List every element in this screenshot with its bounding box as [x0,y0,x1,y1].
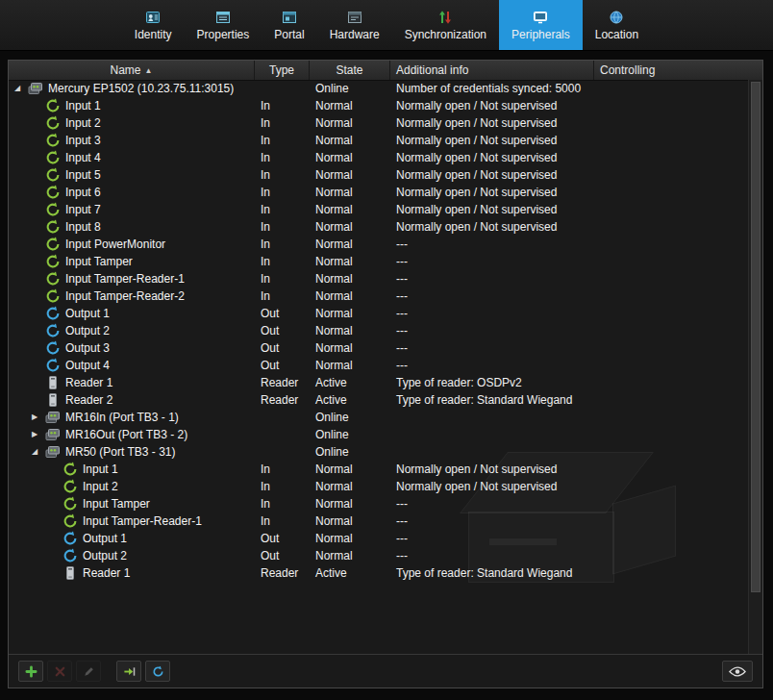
row-name: MR16In (Port TB3 - 1) [65,411,179,424]
column-header-name[interactable]: Name ▲ [9,61,255,80]
table-row[interactable]: Input Tamper-Reader-2 In Normal --- [9,288,749,305]
table-row[interactable]: Output 1 Out Normal --- [9,530,749,547]
row-type: In [255,220,310,234]
row-state: Active [310,376,390,389]
row-name: Input Tamper-Reader-2 [65,289,185,303]
table-row[interactable]: Output 4 Out Normal --- [9,357,749,374]
table-row[interactable]: Input 1 In Normal Normally open / Not su… [9,461,749,478]
input-icon [62,496,78,512]
table-row[interactable]: Output 2 Out Normal --- [9,547,749,564]
row-name: Input 3 [65,134,101,147]
table-row[interactable]: Input Tamper In Normal --- [9,495,749,512]
row-state: Normal [310,532,390,545]
table-row[interactable]: Reader 1 Reader Active Type of reader: S… [9,564,749,582]
input-icon [45,202,61,217]
table-row[interactable]: ◢ MR50 (Port TB3 - 31) Online [9,443,749,461]
tab-label: Portal [274,28,304,41]
row-state: Normal [310,462,390,476]
synchronization-icon [437,10,453,25]
column-header-state[interactable]: State [310,61,390,80]
table-row[interactable]: Input 6 In Normal Normally open / Not su… [9,184,749,201]
name-cell: Reader 1 [9,565,255,581]
device-icon [28,81,43,96]
tab-location[interactable]: Location [583,0,651,50]
tab-identity[interactable]: Identity [122,0,185,50]
row-additional-info: --- [390,272,594,286]
tab-hardware[interactable]: Hardware [317,0,392,50]
expander-icon[interactable]: ◢ [32,443,45,461]
output-control-button[interactable] [145,661,170,682]
row-name: Input 6 [65,186,101,199]
table-row[interactable]: Input 2 In Normal Normally open / Not su… [9,114,749,132]
table-row[interactable]: Output 2 Out Normal --- [9,322,749,339]
row-type: Out [255,549,310,562]
expander-icon[interactable]: ◢ [14,80,28,97]
column-header-additional-info[interactable]: Additional info [390,61,594,80]
column-header-controlling[interactable]: Controlling [594,61,762,80]
row-state: Normal [310,203,390,216]
edit-button[interactable] [76,661,101,682]
row-additional-info: Normally open / Not supervised [390,462,594,476]
monitor-button[interactable] [722,661,753,682]
table-row[interactable]: Input Tamper-Reader-1 In Normal --- [9,512,749,530]
row-state: Normal [310,480,390,493]
table-row[interactable]: Input 1 In Normal Normally open / Not su… [9,97,749,114]
input-icon [45,115,61,131]
name-cell: Input 8 [9,219,255,235]
table-row[interactable]: ◢ Mercury EP1502 (10.23.75.11:3015) Onli… [9,80,749,97]
row-name: Output 4 [65,359,110,372]
row-type: In [255,289,310,303]
device-icon [45,410,61,425]
tab-properties[interactable]: Properties [185,0,262,50]
row-state: Normal [310,116,390,130]
row-additional-info: Normally open / Not supervised [390,116,594,130]
name-cell: Input 3 [9,133,255,148]
name-cell: Output 3 [9,340,255,356]
row-type: Out [255,307,310,320]
name-cell: Input 6 [9,185,255,200]
table-row[interactable]: Input 7 In Normal Normally open / Not su… [9,201,749,218]
table-row[interactable]: ▶ MR16Out (Port TB3 - 2) Online [9,426,749,443]
row-additional-info: --- [390,255,594,268]
row-name: Mercury EP1502 (10.23.75.11:3015) [48,82,234,95]
row-name: Reader 1 [83,566,130,580]
table-row[interactable]: Input 8 In Normal Normally open / Not su… [9,218,749,236]
row-additional-info: Normally open / Not supervised [390,480,594,493]
table-row[interactable]: Reader 2 Reader Active Type of reader: S… [9,391,749,409]
table-row[interactable]: Output 1 Out Normal --- [9,305,749,322]
table-row[interactable]: ▶ MR16In (Port TB3 - 1) Online [9,409,749,426]
row-state: Normal [310,238,390,251]
table-row[interactable]: Input 4 In Normal Normally open / Not su… [9,149,749,166]
row-name: Output 1 [65,307,110,320]
table-row[interactable]: Input Tamper In Normal --- [9,253,749,270]
table-row[interactable]: Reader 1 Reader Active Type of reader: O… [9,374,749,391]
tab-portal[interactable]: Portal [262,0,316,50]
row-additional-info: Type of reader: OSDPv2 [390,376,594,389]
table-row[interactable]: Input 5 In Normal Normally open / Not su… [9,166,749,184]
row-state: Active [310,566,390,580]
tab-peripherals[interactable]: Peripherals [499,0,583,50]
tab-synchronization[interactable]: Synchronization [392,0,499,50]
row-state: Online [310,445,390,459]
column-header-type[interactable]: Type [255,61,310,80]
row-name: Output 2 [83,549,127,562]
plus-icon [25,665,37,678]
row-state: Normal [310,289,390,303]
add-button[interactable] [18,661,43,682]
expander-icon[interactable]: ▶ [32,426,45,443]
vertical-scrollbar[interactable] [748,80,762,654]
sort-ascending-icon: ▲ [145,66,153,75]
row-additional-info: --- [390,238,594,251]
input-icon [62,462,78,477]
table-row[interactable]: Input 3 In Normal Normally open / Not su… [9,132,749,149]
row-name: Input 8 [65,220,101,234]
delete-button[interactable] [47,661,72,682]
table-row[interactable]: Input 2 In Normal Normally open / Not su… [9,478,749,495]
go-to-linked-button[interactable] [116,661,141,682]
expander-icon[interactable]: ▶ [32,409,45,426]
table-row[interactable]: Output 3 Out Normal --- [9,339,749,357]
pencil-icon [83,665,95,678]
scrollbar-thumb[interactable] [751,82,761,592]
table-row[interactable]: Input Tamper-Reader-1 In Normal --- [9,270,749,288]
table-row[interactable]: Input PowerMonitor In Normal --- [9,236,749,253]
